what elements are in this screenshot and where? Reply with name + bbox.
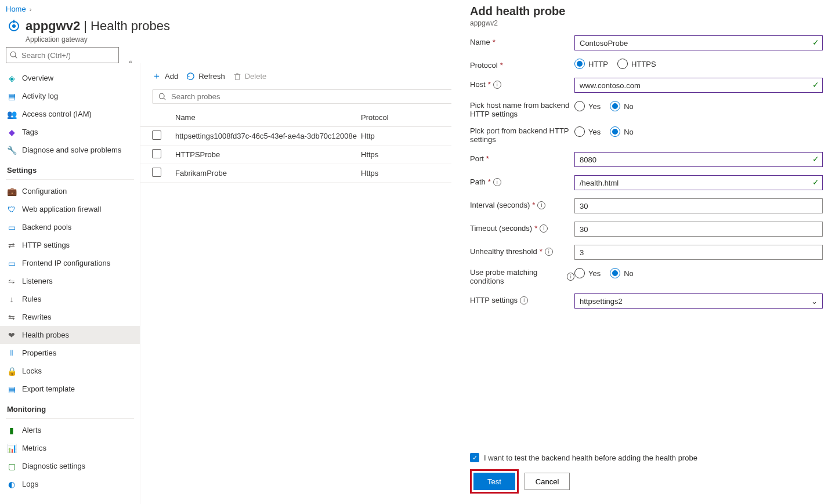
info-icon[interactable]: i: [493, 81, 501, 89]
sidebar-item-listeners[interactable]: ⇋Listeners: [0, 272, 140, 290]
trash-icon: [233, 72, 241, 81]
check-icon: ✓: [812, 80, 819, 89]
nav-icon: ▤: [7, 92, 16, 101]
breadcrumb-home-link[interactable]: Home: [6, 5, 26, 13]
sidebar-item-locks[interactable]: 🔒Locks: [0, 362, 140, 380]
nav-section-monitoring: Monitoring: [0, 398, 140, 416]
delete-button[interactable]: Delete: [233, 72, 267, 81]
label-pick-port: Pick port from backend HTTP settings: [470, 126, 574, 144]
radio-pickhost-no[interactable]: No: [610, 101, 634, 111]
input-name[interactable]: [574, 35, 823, 50]
sidebar-item-tags[interactable]: ◆Tags: [0, 123, 140, 141]
nav-label: Metrics: [22, 444, 46, 452]
radio-http[interactable]: HTTP: [574, 59, 608, 69]
sidebar-item-web-application-firewall[interactable]: 🛡Web application firewall: [0, 200, 140, 218]
nav-icon: ❤: [7, 331, 16, 340]
input-port[interactable]: [574, 152, 823, 167]
panel-resource-name: appgwv2: [470, 19, 823, 27]
nav-icon: 📊: [7, 444, 16, 453]
info-icon[interactable]: i: [520, 296, 528, 304]
radio-https[interactable]: HTTPS: [617, 59, 656, 69]
sidebar-item-backend-pools[interactable]: ▭Backend pools: [0, 218, 140, 236]
cell-name: HTTPSProbe: [175, 150, 361, 159]
refresh-icon: [186, 72, 195, 81]
nav-icon: ◈: [7, 74, 16, 83]
nav-label: Properties: [22, 349, 56, 357]
svg-point-8: [159, 93, 164, 99]
sidebar-item-configuration[interactable]: 💼Configuration: [0, 182, 140, 200]
sidebar-search[interactable]: [6, 47, 119, 63]
nav-label: Listeners: [22, 277, 53, 285]
sidebar-item-alerts[interactable]: ▮Alerts: [0, 421, 140, 439]
sidebar-item-overview[interactable]: ◈Overview: [0, 69, 140, 87]
sidebar-item-diagnose-and-solve-problems[interactable]: 🔧Diagnose and solve problems: [0, 141, 140, 159]
search-icon: [10, 51, 18, 59]
nav-label: Alerts: [22, 426, 41, 434]
info-icon[interactable]: i: [540, 224, 548, 233]
label-unhealthy: Unhealthy threshold * i: [470, 245, 574, 256]
sidebar-item-http-settings[interactable]: ⇄HTTP settings: [0, 236, 140, 254]
radio-pickhost-yes[interactable]: Yes: [574, 101, 601, 111]
radio-matching-no[interactable]: No: [610, 268, 634, 278]
select-http-settings[interactable]: httpsettings2 ⌄: [574, 293, 823, 309]
svg-line-9: [164, 98, 165, 100]
test-checkbox[interactable]: ✓: [470, 453, 479, 462]
sidebar-item-rewrites[interactable]: ⇆Rewrites: [0, 308, 140, 326]
sidebar-item-logs[interactable]: ◐Logs: [0, 475, 140, 493]
nav-icon: 💼: [7, 187, 16, 196]
panel-title: Add health probe: [470, 5, 823, 18]
test-checkbox-label: I want to test the backend health before…: [484, 454, 697, 462]
row-checkbox[interactable]: [152, 168, 161, 177]
cell-name: httpsettings1008fd37c-46c5-43ef-ae4a-3db…: [175, 132, 361, 140]
radio-pickport-no[interactable]: No: [610, 126, 634, 137]
refresh-button[interactable]: Refresh: [186, 72, 225, 81]
info-icon[interactable]: i: [545, 248, 553, 256]
nav-icon: ↓: [7, 295, 16, 304]
add-health-probe-panel: Add health probe appgwv2 Name * ✓ Protoc…: [451, 0, 839, 504]
label-http-settings: HTTP settings i: [470, 293, 574, 304]
nav-icon: 🔧: [7, 146, 16, 155]
check-icon: ✓: [812, 177, 819, 187]
nav-section-settings: Settings: [0, 159, 140, 177]
cell-name: FabrikamProbe: [175, 169, 361, 177]
sidebar-item-rules[interactable]: ↓Rules: [0, 290, 140, 308]
nav-icon: ▭: [7, 223, 16, 232]
input-path[interactable]: [574, 175, 823, 190]
svg-line-4: [15, 56, 17, 58]
radio-matching-yes[interactable]: Yes: [574, 268, 601, 278]
nav-icon: ▮: [7, 426, 16, 435]
nav-label: Access control (IAM): [22, 110, 92, 118]
add-button[interactable]: ＋ Add: [152, 70, 178, 82]
sidebar-item-diagnostic-settings[interactable]: ▢Diagnostic settings: [0, 457, 140, 475]
sidebar-item-frontend-ip-configurations[interactable]: ▭Frontend IP configurations: [0, 254, 140, 272]
sidebar-item-activity-log[interactable]: ▤Activity log: [0, 87, 140, 105]
nav-label: HTTP settings: [22, 241, 70, 249]
appgateway-icon: [6, 18, 22, 34]
label-protocol: Protocol *: [470, 59, 574, 70]
cancel-button[interactable]: Cancel: [525, 473, 570, 490]
info-icon[interactable]: i: [537, 201, 545, 209]
sidebar-item-properties[interactable]: ⫴Properties: [0, 344, 140, 362]
sidebar-item-metrics[interactable]: 📊Metrics: [0, 439, 140, 457]
label-pick-host: Pick host name from backend HTTP setting…: [470, 101, 574, 118]
nav-label: Export template: [22, 385, 75, 393]
input-host[interactable]: [574, 78, 823, 93]
sidebar-item-access-control-iam-[interactable]: 👥Access control (IAM): [0, 105, 140, 123]
input-interval[interactable]: [574, 198, 823, 213]
info-icon[interactable]: i: [567, 273, 574, 281]
col-header-name[interactable]: Name: [175, 113, 361, 122]
input-unhealthy[interactable]: [574, 245, 823, 260]
check-icon: ✓: [812, 38, 819, 47]
info-icon[interactable]: i: [493, 178, 501, 186]
page-title: appgwv2 | Health probes: [26, 19, 170, 34]
sidebar-search-input[interactable]: [21, 51, 119, 60]
sidebar-item-health-probes[interactable]: ❤Health probes: [0, 326, 140, 344]
row-checkbox[interactable]: [152, 149, 161, 158]
row-checkbox[interactable]: [152, 130, 161, 140]
input-timeout[interactable]: [574, 222, 823, 237]
test-button[interactable]: Test: [473, 473, 515, 490]
nav-icon: ⇄: [7, 241, 16, 250]
nav-label: Configuration: [22, 187, 67, 195]
sidebar-item-export-template[interactable]: ▤Export template: [0, 380, 140, 398]
radio-pickport-yes[interactable]: Yes: [574, 126, 601, 137]
